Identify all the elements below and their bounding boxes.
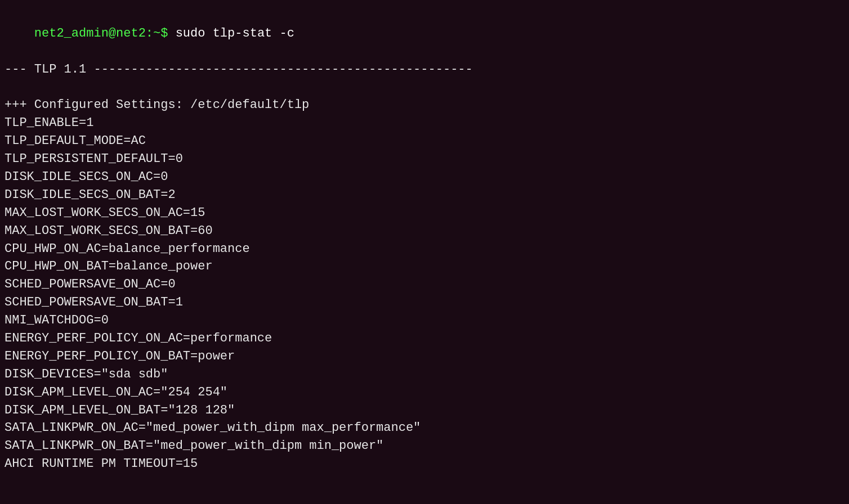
output-line-11: NMI_WATCHDOG=0 bbox=[5, 312, 844, 330]
output-line-4: DISK_IDLE_SECS_ON_BAT=2 bbox=[5, 186, 844, 204]
command-line: net2_admin@net2:~$ sudo tlp-stat -c bbox=[5, 7, 844, 61]
output-line-13: ENERGY_PERF_POLICY_ON_BAT=power bbox=[5, 348, 844, 366]
output-line-3: DISK_IDLE_SECS_ON_AC=0 bbox=[5, 168, 844, 186]
output-line-19: AHCI RUNTIME PM TIMEOUT=15 bbox=[5, 455, 844, 473]
output-line-10: SCHED_POWERSAVE_ON_BAT=1 bbox=[5, 294, 844, 312]
prompt: net2_admin@net2:~$ bbox=[34, 26, 176, 40]
output-line-8: CPU_HWP_ON_BAT=balance_power bbox=[5, 258, 844, 276]
output-line-16: DISK_APM_LEVEL_ON_BAT="128 128" bbox=[5, 402, 844, 420]
output-line-2: TLP_PERSISTENT_DEFAULT=0 bbox=[5, 150, 844, 168]
section-header: +++ Configured Settings: /etc/default/tl… bbox=[5, 96, 844, 114]
output-line-7: CPU_HWP_ON_AC=balance_performance bbox=[5, 240, 844, 258]
separator-line: --- TLP 1.1 ----------------------------… bbox=[5, 61, 844, 79]
output-line-12: ENERGY_PERF_POLICY_ON_AC=performance bbox=[5, 330, 844, 348]
output-line-14: DISK_DEVICES="sda sdb" bbox=[5, 366, 844, 384]
output-line-6: MAX_LOST_WORK_SECS_ON_BAT=60 bbox=[5, 222, 844, 240]
output-lines: TLP_ENABLE=1TLP_DEFAULT_MODE=ACTLP_PERSI… bbox=[5, 114, 844, 473]
output-line-0: TLP_ENABLE=1 bbox=[5, 114, 844, 132]
output-line-9: SCHED_POWERSAVE_ON_AC=0 bbox=[5, 276, 844, 294]
blank-line-1 bbox=[5, 79, 844, 97]
terminal: net2_admin@net2:~$ sudo tlp-stat -c --- … bbox=[5, 7, 844, 473]
output-line-15: DISK_APM_LEVEL_ON_AC="254 254" bbox=[5, 384, 844, 402]
output-line-1: TLP_DEFAULT_MODE=AC bbox=[5, 132, 844, 150]
command: sudo tlp-stat -c bbox=[176, 26, 294, 40]
output-line-5: MAX_LOST_WORK_SECS_ON_AC=15 bbox=[5, 204, 844, 222]
output-line-18: SATA_LINKPWR_ON_BAT="med_power_with_dipm… bbox=[5, 437, 844, 455]
output-line-17: SATA_LINKPWR_ON_AC="med_power_with_dipm … bbox=[5, 419, 844, 437]
